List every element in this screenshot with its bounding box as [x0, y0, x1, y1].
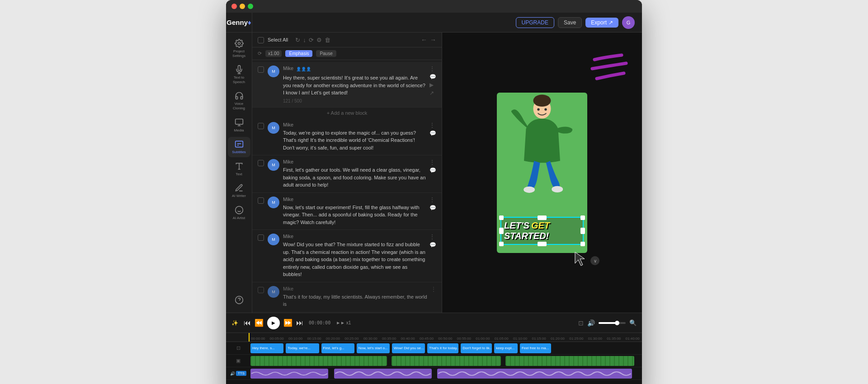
handle-tl[interactable]: [499, 215, 504, 220]
select-all-checkbox[interactable]: [258, 37, 264, 43]
sidebar-item-media[interactable]: Media: [228, 115, 250, 136]
handle-br[interactable]: [580, 242, 585, 246]
end-button[interactable]: ⏭: [296, 319, 303, 327]
block-menu-1[interactable]: ⋮: [429, 66, 436, 72]
download-icon[interactable]: ↓: [303, 37, 306, 43]
back5-button[interactable]: ⏪: [255, 318, 264, 327]
block-actions-6: ⋮: [431, 286, 436, 292]
handle-mr[interactable]: [580, 228, 585, 234]
block-share-1[interactable]: ↗: [429, 90, 436, 96]
handle-bm[interactable]: [538, 242, 547, 246]
sidebar-item-tts[interactable]: Text toSpeech: [228, 62, 250, 87]
script-block-1[interactable]: M Mike 👤👤👤 Hey there, super scientists! …: [252, 62, 442, 108]
subtitle-chip-1[interactable]: Hey there, s...: [250, 343, 283, 353]
block-checkbox-2[interactable]: [258, 123, 264, 129]
pause-badge[interactable]: Pause: [316, 50, 336, 57]
block-checkbox-1[interactable]: [258, 66, 264, 73]
minimize-button[interactable]: [240, 4, 245, 9]
audio-chip-2: [334, 369, 432, 379]
rewind-button[interactable]: ⏮: [244, 319, 251, 327]
script-block-3[interactable]: M Mike First, let's gather our tools. We…: [252, 155, 442, 193]
block-menu-2[interactable]: ⋮: [429, 122, 436, 128]
block-chat-1[interactable]: 💬: [429, 74, 436, 80]
handle-tm[interactable]: [538, 215, 547, 220]
redo-icon[interactable]: →: [430, 36, 436, 43]
sidebar-item-voice-cloning[interactable]: VoiceCloning: [228, 89, 250, 113]
sidebar-item-ai-writer[interactable]: AI Writer: [228, 181, 250, 201]
tick-8: 00:40:00: [398, 337, 417, 341]
subtitle-chip-8[interactable]: keep expl...: [494, 343, 518, 353]
script-block-2[interactable]: M Mike Today, we're going to explore the…: [252, 118, 442, 156]
sidebar-item-project-settings[interactable]: ProjectSettings: [228, 36, 250, 61]
delete-icon[interactable]: 🗑: [325, 37, 330, 43]
sidebar-label-ai-writer: AI Writer: [232, 194, 246, 198]
audio-track-content[interactable]: [250, 369, 640, 379]
block-menu-6[interactable]: ⋮: [431, 286, 436, 292]
block-speaker-1: Mike: [283, 66, 293, 71]
handle-tr[interactable]: [580, 215, 585, 220]
refresh-icon[interactable]: ⟳: [309, 37, 314, 43]
fwd5-button[interactable]: ⏩: [283, 318, 292, 327]
svg-point-15: [544, 108, 547, 110]
block-menu-3[interactable]: ⋮: [429, 159, 436, 165]
subtitle-chip-4[interactable]: Now, let's start o...: [357, 343, 390, 353]
magic-icon[interactable]: ✨: [231, 320, 238, 326]
sidebar-item-ai-artist[interactable]: AI Artist: [228, 203, 250, 223]
speed-badge[interactable]: x1.00: [265, 50, 282, 57]
sidebar-item-help[interactable]: [228, 293, 250, 307]
subtitle-chip-3[interactable]: First, let's g...: [321, 343, 354, 353]
volume-icon[interactable]: 🔊: [587, 319, 595, 327]
maximize-button[interactable]: [248, 4, 253, 9]
script-block-4[interactable]: M Mike Now, let's start our experiment! …: [252, 193, 442, 230]
expand-button[interactable]: ∨: [590, 256, 599, 265]
handle-bl[interactable]: [499, 242, 504, 246]
volume-bar[interactable]: [599, 322, 626, 324]
sidebar-item-subtitles[interactable]: Subtitles: [228, 137, 250, 157]
block-checkbox-4[interactable]: [258, 197, 264, 204]
block-content-1: Mike 👤👤👤 Hey there, super scientists! It…: [283, 66, 426, 103]
script-block-6[interactable]: M Mike That's it for today, my little sc…: [252, 282, 442, 312]
logo-area: Genny♦: [226, 13, 252, 32]
settings-small-icon[interactable]: ⚙: [316, 37, 322, 43]
select-all-label[interactable]: Select All: [268, 37, 288, 42]
tick-6: 00:30:00: [361, 337, 380, 341]
block-chat-3[interactable]: 💬: [429, 167, 436, 173]
export-button[interactable]: Export ↗: [585, 18, 618, 28]
tick-9: 00:45:00: [417, 337, 436, 341]
block-speaker-2: Mike: [283, 122, 426, 127]
undo-icon[interactable]: ←: [421, 36, 427, 43]
close-button[interactable]: [231, 4, 237, 9]
block-checkbox-3[interactable]: [258, 160, 264, 166]
save-button[interactable]: Save: [558, 17, 582, 28]
block-menu-5[interactable]: ⋮: [429, 234, 436, 240]
zoom-out-icon[interactable]: 🔍: [629, 319, 637, 326]
captions-icon[interactable]: ⊡: [578, 319, 584, 327]
handle-ml[interactable]: [499, 228, 504, 234]
audio-chip-1: [250, 369, 328, 379]
play-button[interactable]: ▶: [267, 317, 280, 329]
subtitle-chip-2[interactable]: Today, we're...: [286, 343, 319, 353]
user-avatar[interactable]: G: [622, 16, 635, 29]
block-chat-5[interactable]: 💬: [429, 242, 436, 248]
script-block-5[interactable]: M Mike Wow! Did you see that? The mixtur…: [252, 230, 442, 282]
subtitle-chip-7[interactable]: Don't forget to lik...: [461, 343, 492, 353]
block-actions-4: ⋮ 💬: [429, 197, 436, 211]
subtitle-chip-6[interactable]: That's it for today...: [427, 343, 458, 353]
block-avatar-6: M: [268, 286, 279, 298]
emphasis-badge[interactable]: Emphasis: [285, 50, 312, 57]
subtitle-chip-5[interactable]: Wow! Did you se...: [392, 343, 425, 353]
block-chat-4[interactable]: 💬: [429, 205, 436, 211]
block-menu-4[interactable]: ⋮: [429, 197, 436, 203]
subtitle-chip-9[interactable]: Feel free to ma...: [520, 343, 551, 353]
block-play-1[interactable]: ▶: [429, 82, 436, 88]
block-checkbox-5[interactable]: [258, 234, 264, 241]
block-chat-2[interactable]: 💬: [429, 130, 436, 136]
app-window: Genny♦ UPGRADE Save Export ↗ G ProjectSe…: [226, 0, 642, 384]
add-block-button[interactable]: + Add a new block: [252, 108, 442, 118]
subtitle-track-content[interactable]: Hey there, s... Today, we're... First, l…: [250, 343, 640, 353]
upgrade-button[interactable]: UPGRADE: [516, 17, 554, 28]
block-checkbox-6[interactable]: [258, 287, 264, 293]
loop-icon[interactable]: ↻: [295, 37, 300, 43]
video-track-content[interactable]: [250, 356, 640, 366]
sidebar-item-text[interactable]: Text: [228, 159, 250, 179]
